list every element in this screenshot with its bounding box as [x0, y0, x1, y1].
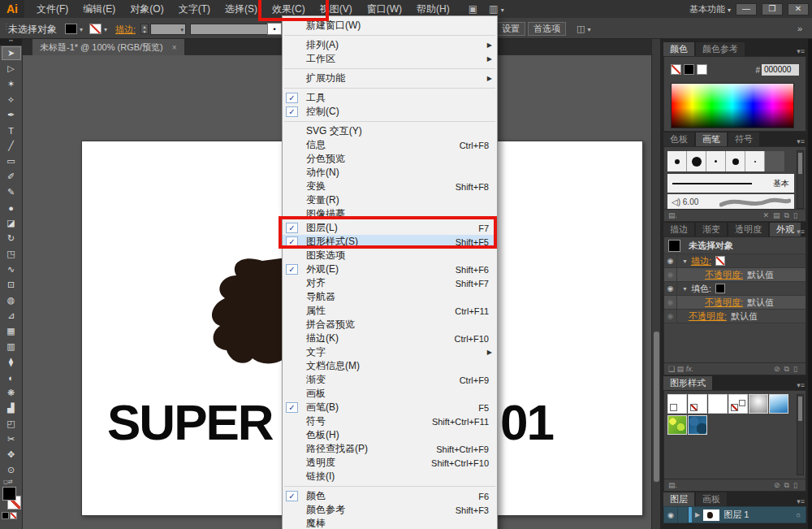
- window-menu-item[interactable]: 工作区▶: [283, 52, 497, 66]
- collapse-controlbar-icon[interactable]: »: [797, 24, 802, 33]
- hex-value-field[interactable]: 000000: [762, 64, 799, 76]
- opacity-label[interactable]: 不透明度:: [705, 269, 743, 281]
- artboard-tool[interactable]: ◰: [2, 417, 21, 431]
- attribute-swatch[interactable]: [715, 284, 725, 293]
- window-menu-item[interactable]: 透明度Shift+Ctrl+F10: [283, 456, 497, 470]
- break-link-icon[interactable]: ⊘: [774, 481, 784, 489]
- window-menu-item[interactable]: ✓工具: [283, 91, 497, 105]
- new-style-icon[interactable]: ⧉: [784, 481, 793, 489]
- eye-icon[interactable]: ◉: [664, 296, 677, 309]
- clear-appearance-icon[interactable]: ⊘: [774, 365, 784, 373]
- expand-layer-icon[interactable]: ▶: [695, 511, 700, 518]
- eye-icon[interactable]: ◉: [664, 282, 677, 295]
- window-menu-item[interactable]: 对齐Shift+F7: [283, 276, 497, 290]
- selection-tool[interactable]: ➤: [2, 46, 21, 60]
- new-brush-icon[interactable]: ⧉: [784, 211, 793, 219]
- window-menu-item[interactable]: 渐变Ctrl+F9: [283, 373, 497, 387]
- graphic-style-no-fill[interactable]: [688, 394, 707, 414]
- none-swatch[interactable]: [671, 64, 681, 75]
- window-menu-item[interactable]: ✓外观(E)Shift+F6: [283, 262, 497, 276]
- pen-tool[interactable]: ✒: [2, 108, 21, 122]
- column-graph-tool[interactable]: ▟: [2, 401, 21, 415]
- tab-brushes[interactable]: 画笔: [696, 132, 727, 146]
- lasso-tool[interactable]: ⟡: [2, 93, 21, 106]
- lock-toggle-cell[interactable]: [678, 507, 689, 522]
- app-logo[interactable]: Ai: [0, 0, 24, 18]
- rectangle-tool[interactable]: ▭: [2, 154, 21, 168]
- window-menu-item[interactable]: 动作(N): [283, 166, 497, 180]
- black-swatch[interactable]: [684, 64, 694, 75]
- panel-menu-icon[interactable]: ▾≡: [797, 47, 805, 55]
- menubar-item-3[interactable]: 文字(T): [171, 0, 218, 19]
- panel-menu-icon[interactable]: ▾≡: [797, 497, 805, 505]
- duplicate-item-icon[interactable]: ⧉: [784, 365, 793, 373]
- blob-brush-tool[interactable]: ●: [2, 201, 21, 215]
- layer-thumbnail[interactable]: [703, 509, 719, 521]
- window-menu-item[interactable]: ✓颜色F6: [283, 489, 497, 503]
- eye-icon[interactable]: ◉: [664, 268, 677, 281]
- new-effect-icon[interactable]: fx.: [686, 365, 694, 373]
- minimize-button[interactable]: —: [736, 3, 757, 15]
- calligraphic-brush-3[interactable]: [726, 151, 745, 171]
- basic-brush-row[interactable]: 基本: [667, 174, 794, 193]
- appearance-row[interactable]: 未选择对象: [664, 237, 806, 254]
- appearance-row[interactable]: ◉▼描边:: [664, 254, 806, 268]
- gradient-tool[interactable]: ▥: [2, 340, 21, 353]
- graphic-style-plain[interactable]: [708, 394, 728, 414]
- scrollbar-thumb[interactable]: [798, 397, 802, 421]
- window-menu-item[interactable]: 变量(R): [283, 193, 497, 207]
- color-spectrum[interactable]: [671, 83, 794, 128]
- fill-dropdown-icon[interactable]: ▾: [80, 26, 83, 33]
- variable-width-profile-select[interactable]: ▾: [190, 24, 273, 35]
- pencil-tool[interactable]: ✎: [2, 185, 21, 199]
- tab-stroke[interactable]: 描边: [663, 223, 694, 236]
- window-menu-item[interactable]: 图案选项: [283, 249, 497, 262]
- attribute-label[interactable]: 填色:: [691, 283, 711, 295]
- brush-options-icon[interactable]: ▤: [773, 211, 784, 219]
- width-tool[interactable]: ∿: [2, 262, 21, 276]
- tab-color-guide[interactable]: 颜色参考: [696, 42, 745, 56]
- slice-tool[interactable]: ✂: [2, 432, 21, 446]
- caret-down-icon[interactable]: ▼: [682, 286, 688, 292]
- remove-brush-icon[interactable]: ✕: [763, 211, 774, 219]
- window-menu-item[interactable]: 拼合器预览: [283, 318, 497, 332]
- window-menu-item[interactable]: ✓画笔(B)F5: [283, 401, 497, 414]
- restore-button[interactable]: ❐: [762, 3, 783, 15]
- window-menu-item[interactable]: 颜色参考Shift+F3: [283, 503, 497, 517]
- window-menu-item[interactable]: SVG 交互(Y): [283, 124, 497, 138]
- stroke-weight-stepper[interactable]: ▲▼: [140, 24, 149, 34]
- tab-gradient[interactable]: 渐变: [696, 223, 727, 236]
- layer-row[interactable]: ◉ ▶ 图层 1 ○: [663, 506, 806, 523]
- window-menu-item[interactable]: 符号Shift+Ctrl+F11: [283, 414, 497, 428]
- window-menu-item[interactable]: 描边(K)Ctrl+F10: [283, 332, 497, 345]
- graphic-style-gray-gradient[interactable]: [749, 394, 768, 414]
- artboard-text-super[interactable]: SUPER: [107, 393, 273, 451]
- window-menu-item[interactable]: 链接(I): [283, 470, 497, 483]
- calligraphic-brush-4[interactable]: [745, 151, 765, 171]
- canvas-vertical-scrollbar[interactable]: [651, 39, 660, 529]
- window-menu-item[interactable]: 扩展功能▶: [283, 72, 497, 85]
- graphic-style-blue-pattern[interactable]: [688, 415, 707, 435]
- close-tab-icon[interactable]: ×: [172, 43, 177, 52]
- type-tool[interactable]: T: [2, 124, 21, 137]
- calligraphic-brush-0[interactable]: [667, 151, 687, 171]
- cursor-options-icon[interactable]: ◫ ▾: [577, 24, 590, 34]
- tab-artboards[interactable]: 画板: [696, 492, 727, 506]
- appearance-row[interactable]: ◉▼填色:: [664, 282, 806, 296]
- tab-swatches[interactable]: 色板: [663, 132, 694, 146]
- mesh-tool[interactable]: ▦: [2, 324, 21, 338]
- fill-color-swatch[interactable]: [65, 24, 77, 34]
- menubar-item-0[interactable]: 文件(F): [29, 0, 76, 19]
- styles-scrollbar[interactable]: [797, 394, 804, 475]
- delete-item-icon[interactable]: ▯: [793, 365, 801, 373]
- artboard-text-01[interactable]: 01: [500, 393, 553, 451]
- window-menu-item[interactable]: ✓控制(C): [283, 105, 497, 119]
- default-fill-stroke-icon[interactable]: ◻⇄: [0, 479, 22, 485]
- scrollbar-thumb[interactable]: [654, 332, 659, 482]
- eraser-tool[interactable]: ◪: [2, 216, 21, 230]
- tab-symbols[interactable]: 符号: [728, 132, 759, 146]
- attribute-swatch[interactable]: [715, 256, 725, 266]
- tab-layers[interactable]: 图层: [663, 492, 694, 506]
- brushes-scrollbar[interactable]: [797, 150, 804, 209]
- visibility-eye-icon[interactable]: ◉: [664, 507, 678, 522]
